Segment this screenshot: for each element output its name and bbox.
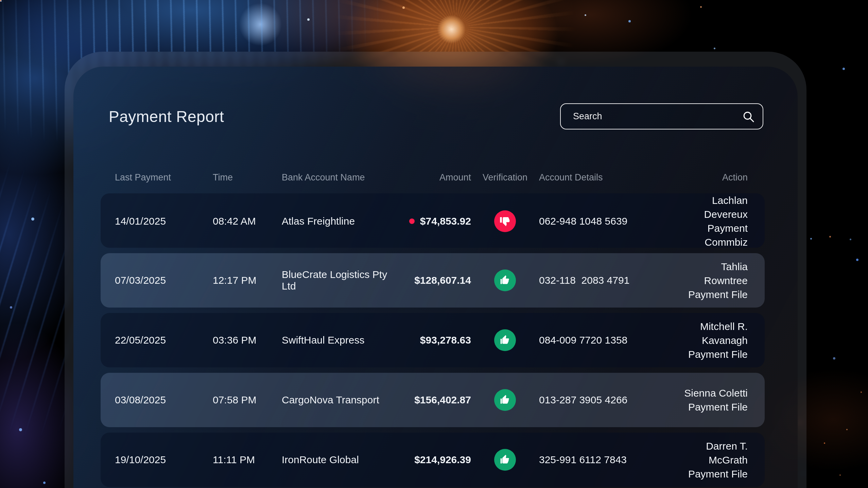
table-row: 22/05/2025 03:36 PM SwiftHaul Express $9… [101, 313, 765, 367]
action-name: Mitchell R. Kavanagh [678, 319, 748, 347]
action-cell: Lachlan Devereux Payment Commbiz [678, 193, 765, 249]
verification-badge[interactable] [494, 329, 516, 351]
action-type: Payment Commbiz [678, 221, 748, 249]
verification-cell [471, 389, 539, 411]
last-payment-cell: 22/05/2025 [101, 334, 213, 346]
table-body: 14/01/2025 08:42 AM Atlas Freightline $7… [101, 193, 765, 487]
bank-account-name-cell: SwiftHaul Express [282, 334, 400, 346]
amount-cell: $74,853.92 [400, 215, 471, 227]
action-cell: Mitchell R. Kavanagh Payment File [678, 319, 765, 361]
alert-dot-icon [409, 219, 415, 224]
action-cell: Tahlia Rowntree Payment File [678, 260, 765, 301]
col-header-verification: Verification [471, 172, 539, 183]
verification-cell [471, 329, 539, 351]
verification-cell [471, 210, 539, 232]
payment-report-panel: Payment Report Last Payment Time Bank Ac… [73, 67, 798, 488]
bank-account-name-cell: IronRoute Global [282, 454, 400, 466]
col-header-bank-account-name: Bank Account Name [282, 172, 400, 183]
search-icon[interactable] [742, 110, 755, 123]
last-payment-cell: 07/03/2025 [101, 275, 213, 286]
amount-value: $128,607.14 [414, 275, 471, 286]
last-payment-cell: 03/08/2025 [101, 394, 213, 406]
col-header-last-payment: Last Payment [101, 172, 213, 183]
account-details-cell: 032-118 2083 4791 [539, 275, 678, 286]
verification-badge[interactable] [494, 449, 516, 471]
panel-header: Payment Report [109, 103, 763, 129]
search-input[interactable] [560, 103, 763, 129]
thumb-up-icon [500, 454, 510, 465]
table-row: 07/03/2025 12:17 PM BlueCrate Logistics … [101, 253, 765, 308]
col-header-account-details: Account Details [539, 172, 678, 183]
action-name: Darren T. McGrath [678, 439, 748, 467]
bank-account-name-cell: BlueCrate Logistics Pty Ltd [282, 269, 400, 292]
bank-account-name-cell: CargoNova Transport [282, 394, 400, 406]
action-name: Lachlan Devereux [678, 193, 748, 221]
payments-table: Last Payment Time Bank Account Name Amou… [101, 170, 765, 487]
action-name: Tahlia Rowntree [678, 260, 748, 287]
time-cell: 03:36 PM [213, 334, 282, 346]
amount-cell: $156,402.87 [400, 394, 471, 406]
action-cell: Sienna Coletti Payment File [678, 386, 765, 414]
verification-badge[interactable] [494, 389, 516, 411]
verification-badge[interactable] [494, 269, 516, 291]
account-details-cell: 013-287 3905 4266 [539, 394, 678, 406]
bank-account-name-cell: Atlas Freightline [282, 215, 400, 227]
action-type: Payment File [678, 467, 748, 481]
time-cell: 07:58 PM [213, 394, 282, 406]
page-title: Payment Report [109, 107, 224, 126]
col-header-amount: Amount [400, 172, 471, 183]
time-cell: 12:17 PM [213, 275, 282, 286]
action-type: Payment File [678, 347, 748, 361]
last-payment-cell: 19/10/2025 [101, 454, 213, 466]
verification-cell [471, 449, 539, 471]
amount-cell: $128,607.14 [400, 275, 471, 286]
account-details-cell: 062-948 1048 5639 [539, 215, 678, 227]
thumb-up-icon [500, 335, 510, 346]
account-details-cell: 325-991 6112 7843 [539, 454, 678, 466]
thumb-up-icon [500, 395, 510, 405]
amount-value: $156,402.87 [414, 394, 471, 406]
action-type: Payment File [678, 287, 748, 301]
action-type: Payment File [678, 400, 748, 414]
thumb-down-icon [500, 216, 510, 227]
search-box [560, 103, 763, 129]
table-row: 19/10/2025 11:11 PM IronRoute Global $21… [101, 433, 765, 487]
last-payment-cell: 14/01/2025 [101, 215, 213, 227]
time-cell: 08:42 AM [213, 215, 282, 227]
col-header-time: Time [213, 172, 282, 183]
col-header-action: Action [678, 172, 765, 183]
account-details-cell: 084-009 7720 1358 [539, 334, 678, 346]
verification-badge[interactable] [494, 210, 516, 232]
amount-value: $214,926.39 [414, 454, 471, 466]
amount-value: $74,853.92 [420, 215, 471, 227]
amount-cell: $214,926.39 [400, 454, 471, 466]
amount-cell: $93,278.63 [400, 334, 471, 346]
verification-cell [471, 269, 539, 291]
action-name: Sienna Coletti [678, 386, 748, 400]
thumb-up-icon [500, 275, 510, 286]
table-row: 03/08/2025 07:58 PM CargoNova Transport … [101, 373, 765, 427]
screen: Payment Report Last Payment Time Bank Ac… [0, 0, 868, 488]
action-cell: Darren T. McGrath Payment File [678, 439, 765, 481]
time-cell: 11:11 PM [213, 454, 282, 466]
table-header-row: Last Payment Time Bank Account Name Amou… [101, 170, 765, 185]
amount-value: $93,278.63 [420, 334, 471, 346]
table-row: 14/01/2025 08:42 AM Atlas Freightline $7… [101, 193, 765, 248]
